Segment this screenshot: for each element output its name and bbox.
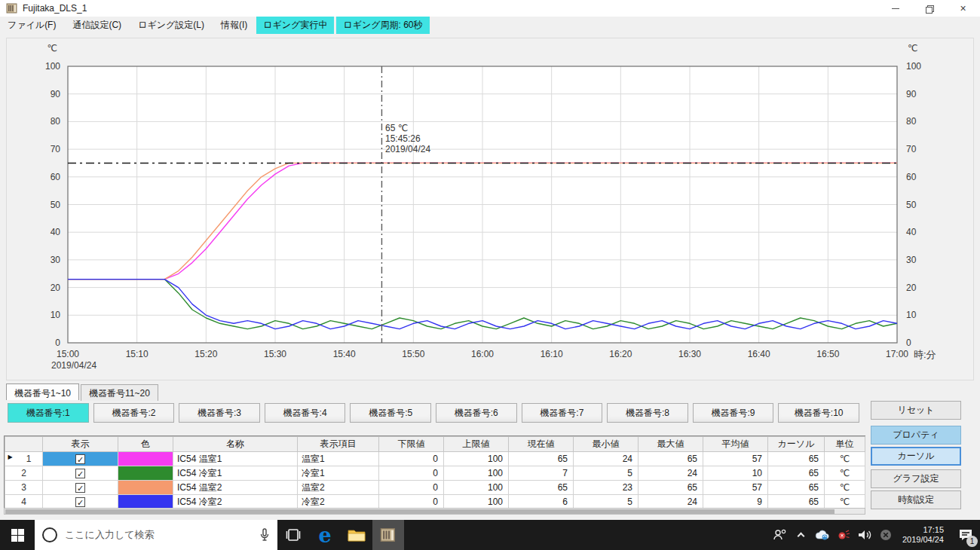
side-button-4[interactable]: 時刻設定 (871, 490, 961, 509)
cursor-date-label: 2019/04/24 (385, 144, 430, 154)
checkbox-icon[interactable]: ✓ (75, 497, 85, 507)
device-button-5[interactable]: 機器番号:5 (350, 403, 431, 423)
column-header-11[interactable]: 単位 (825, 437, 865, 452)
people-button[interactable] (771, 520, 789, 550)
file-explorer-button[interactable] (341, 520, 372, 550)
x-axis-tick: 15:00 (57, 349, 79, 359)
start-button[interactable] (0, 520, 35, 550)
max-value-cell: 65 (639, 481, 703, 495)
tab-device-group-1[interactable]: 機器番号11~20 (81, 384, 158, 401)
column-header-3[interactable]: 表示項目 (298, 437, 379, 452)
tab-device-group-0[interactable]: 機器番号1~10 (6, 383, 79, 400)
device-button-3[interactable]: 機器番号:3 (179, 403, 260, 423)
microphone-icon[interactable] (259, 527, 270, 542)
volume-button[interactable] (856, 520, 874, 550)
series-color-swatch (118, 466, 173, 480)
device-button-2[interactable]: 機器番号:2 (93, 403, 175, 423)
device-button-6[interactable]: 機器番号:6 (436, 403, 517, 423)
task-view-button[interactable] (277, 520, 309, 550)
cursor-value-label: 65 ℃ (385, 123, 430, 133)
people-icon (773, 528, 788, 542)
column-header-10[interactable]: カーソル (768, 437, 825, 452)
column-header-8[interactable]: 最大値 (639, 437, 703, 452)
checkbox-icon[interactable]: ✓ (75, 483, 85, 493)
device-button-7[interactable]: 機器番号:7 (522, 403, 603, 423)
table-row[interactable]: ▶1✓IC54 温室1温室101006524655765℃ (5, 452, 865, 466)
cursor-value-cell: 65 (768, 495, 825, 509)
taskbar-clock[interactable]: 17:15 2019/04/24 (902, 525, 944, 545)
restore-icon (926, 5, 933, 12)
visible-checkbox-cell[interactable]: ✓ (43, 452, 118, 466)
visible-checkbox-cell[interactable]: ✓ (43, 481, 118, 495)
cursor-value-cell: 65 (768, 452, 825, 466)
row-header[interactable]: 2 (5, 466, 43, 481)
onedrive-button[interactable] (813, 520, 831, 550)
device-button-1[interactable]: 機器番号:1 (8, 403, 89, 423)
tray-overflow-button[interactable] (792, 520, 810, 550)
table-horizontal-scrollbar[interactable] (4, 508, 865, 515)
device-button-4[interactable]: 機器番号:4 (265, 403, 346, 423)
close-button[interactable]: × (946, 0, 980, 17)
minimize-button[interactable] (878, 0, 912, 17)
logging-status-0: ロギング実行中 (256, 17, 334, 34)
scrollbar-thumb[interactable] (5, 509, 835, 514)
visible-checkbox-cell[interactable]: ✓ (43, 495, 118, 509)
table-row[interactable]: 2✓IC54 冷室1冷室1010075241065℃ (5, 466, 865, 481)
y-axis-tick-left: 60 (51, 172, 61, 182)
column-header-2[interactable]: 名称 (173, 437, 298, 452)
side-button-2[interactable]: カーソル (871, 447, 961, 466)
y-axis-tick-left: 90 (51, 89, 61, 99)
dismiss-button[interactable] (877, 520, 895, 550)
column-header-0[interactable]: 表示 (43, 437, 118, 452)
unit-cell: ℃ (825, 466, 865, 481)
column-header-4[interactable]: 下限値 (379, 437, 444, 452)
restore-button[interactable] (912, 0, 946, 17)
side-button-1[interactable]: プロパティ (871, 426, 961, 445)
series-color-swatch (118, 481, 173, 494)
y-axis-tick-right: 40 (906, 227, 917, 237)
y-axis-tick-right: 70 (906, 144, 917, 154)
menu-item-3[interactable]: 情報(I) (213, 17, 255, 34)
logging-status-1: ロギング周期: 60秒 (336, 17, 429, 34)
table-row[interactable]: 3✓IC54 温室2温室201006523655765℃ (5, 481, 865, 495)
chevron-up-icon (798, 533, 805, 540)
row-header[interactable]: 3 (5, 481, 43, 495)
row-header[interactable]: 4 (5, 495, 43, 509)
system-tray: 17:15 2019/04/24 1 (770, 520, 980, 550)
column-header-6[interactable]: 現在値 (509, 437, 574, 452)
taskbar-search-input[interactable]: ここに入力して検索 (35, 520, 277, 550)
series-color-swatch (118, 452, 173, 466)
device-button-10[interactable]: 機器番号:10 (778, 403, 859, 423)
device-button-9[interactable]: 機器番号:9 (693, 403, 774, 423)
column-header-5[interactable]: 上限値 (444, 437, 509, 452)
menu-item-0[interactable]: ファイル(F) (0, 17, 63, 34)
upper-limit-cell: 100 (444, 452, 509, 466)
x-axis-tick: 16:00 (471, 349, 494, 359)
checkbox-icon[interactable]: ✓ (75, 469, 85, 478)
checkbox-icon[interactable]: ✓ (75, 454, 85, 464)
row-header[interactable]: ▶1 (5, 452, 43, 466)
color-cell (118, 466, 173, 481)
current-value-cell: 6 (509, 495, 574, 509)
menu-item-1[interactable]: 通信設定(C) (65, 17, 129, 34)
fujitaka-app-button[interactable] (372, 520, 404, 550)
edge-browser-button[interactable]: e (309, 520, 341, 550)
network-error-button[interactable] (835, 520, 853, 550)
series-color-swatch (118, 495, 173, 509)
menu-item-2[interactable]: ロギング設定(L) (130, 17, 212, 34)
cloud-icon (815, 530, 830, 540)
x-axis-tick: 15:40 (333, 349, 356, 359)
action-center-button[interactable]: 1 (951, 520, 980, 550)
column-header-9[interactable]: 平均値 (703, 437, 768, 452)
column-header-1[interactable]: 色 (118, 437, 173, 452)
device-button-8[interactable]: 機器番号:8 (607, 403, 688, 423)
side-button-0[interactable]: リセット (871, 401, 961, 420)
upper-limit-cell: 100 (444, 481, 509, 495)
y-axis-tick-left: 20 (51, 283, 61, 293)
table-row[interactable]: 4✓IC54 冷室2冷室201006524965℃ (5, 495, 865, 509)
column-header-7[interactable]: 最小値 (574, 437, 639, 452)
side-button-3[interactable]: グラフ設定 (871, 469, 961, 488)
min-value-cell: 23 (574, 481, 639, 495)
visible-checkbox-cell[interactable]: ✓ (43, 466, 118, 481)
y-axis-tick-left: 70 (51, 144, 61, 154)
